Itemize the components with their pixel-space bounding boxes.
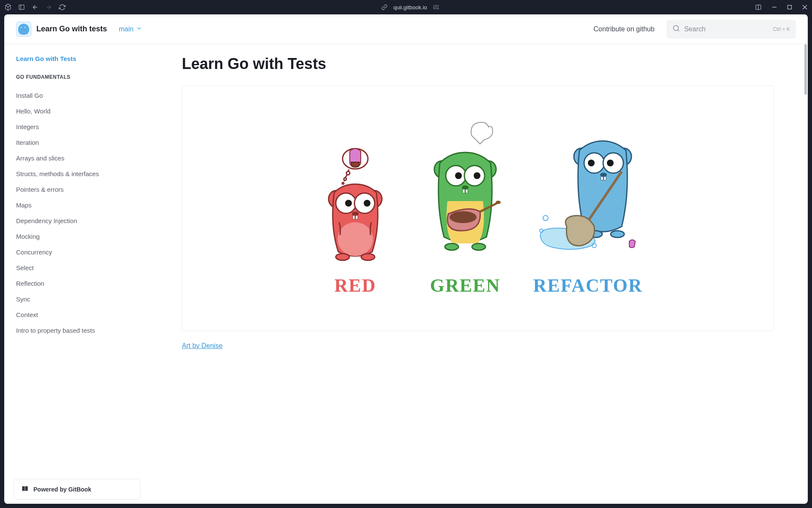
- minimize-icon[interactable]: [771, 4, 777, 10]
- back-icon[interactable]: [31, 3, 39, 11]
- svg-rect-14: [788, 6, 792, 9]
- maximize-icon[interactable]: [787, 4, 793, 10]
- reload-icon[interactable]: [58, 3, 66, 11]
- close-icon[interactable]: [802, 4, 808, 10]
- settings-sliders-icon[interactable]: [432, 3, 440, 11]
- browser-chrome: quii.gitbook.io: [0, 0, 812, 14]
- sidebar-toggle-icon[interactable]: [18, 3, 25, 11]
- forward-icon[interactable]: [45, 3, 52, 11]
- link-icon[interactable]: [381, 3, 388, 11]
- svg-rect-0: [19, 5, 24, 10]
- browser-logo-icon[interactable]: [4, 3, 12, 11]
- split-view-icon[interactable]: [754, 3, 762, 11]
- url-display[interactable]: quii.gitbook.io: [393, 4, 427, 11]
